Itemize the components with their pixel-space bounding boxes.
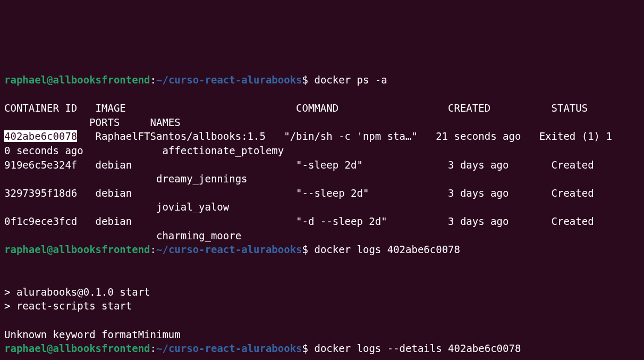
container-row-1a: 402abe6c0078 RaphaelFTSantos/allbooks:1.… [4,130,612,142]
container-row-4a: 0f1c9ece3fcd debian "-d --sleep 2d" 3 da… [4,215,594,227]
log-line: > alurabooks@0.1.0 start [4,286,150,298]
container-row-2a: 919e6c5e324f debian "-sleep 2d" 3 days a… [4,159,594,171]
highlighted-container-id: 402abe6c0078 [4,130,77,142]
log-line: > react-scripts start [4,300,132,312]
container-row-1b: 0 seconds ago affectionate_ptolemy [4,145,284,156]
table-header-2: PORTS NAMES [4,116,181,128]
log-line: Unknown keyword formatMinimum [4,329,181,340]
terminal-content[interactable]: raphael@allbooksfrontend:~/curso-react-a… [4,58,640,360]
container-row-3a: 3297395f18d6 debian "--sleep 2d" 3 days … [4,187,594,199]
prompt-line-3: raphael@allbooksfrontend:~/curso-react-a… [4,341,640,356]
command-input: docker logs 402abe6c0078 [314,244,460,255]
container-row-3b: jovial_yalow [4,201,229,213]
container-row-4b: charming_moore [4,230,241,241]
prompt-line-2: raphael@allbooksfrontend:~/curso-react-a… [4,242,640,257]
prompt-line-1: raphael@allbooksfrontend:~/curso-react-a… [4,73,640,87]
user-host: raphael@allbooksfrontend [4,74,150,86]
container-row-2b: dreamy_jennings [4,173,248,185]
path: ~/curso-react-alurabooks [156,74,302,86]
command-input: docker ps -a [314,74,387,86]
table-header-1: CONTAINER ID IMAGE COMMAND CREATED STATU… [4,102,588,114]
command-input: docker logs --details 402abe6c0078 [314,342,521,354]
